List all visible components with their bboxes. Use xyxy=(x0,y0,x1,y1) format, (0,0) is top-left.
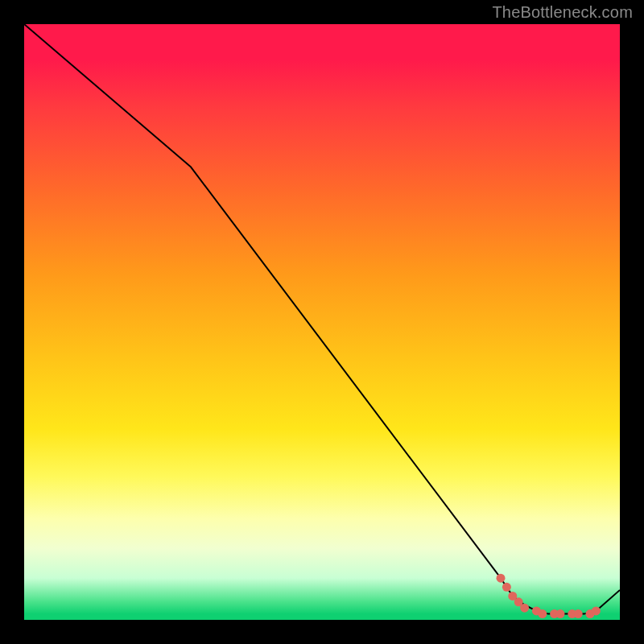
bottleneck-curve-path xyxy=(24,24,620,614)
watermark-text: TheBottleneck.com xyxy=(492,3,633,22)
highlight-dot xyxy=(556,609,565,618)
highlight-dot xyxy=(520,604,529,613)
highlight-dot xyxy=(592,606,601,615)
chart-frame: TheBottleneck.com xyxy=(0,0,644,644)
chart-svg xyxy=(24,24,620,620)
highlight-dot xyxy=(497,574,506,583)
highlight-dot xyxy=(538,609,547,618)
highlight-dots xyxy=(497,574,601,618)
highlight-dot xyxy=(574,609,583,618)
plot-area xyxy=(24,24,620,620)
bottleneck-curve xyxy=(24,24,620,614)
highlight-dot xyxy=(502,583,511,592)
